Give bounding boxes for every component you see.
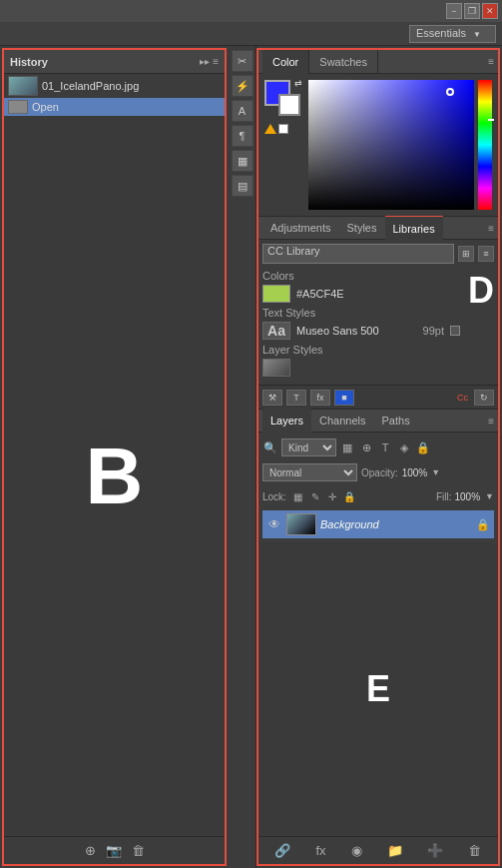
layer-visibility-icon[interactable]: 👁 xyxy=(266,516,282,532)
text-size-checkbox[interactable] xyxy=(450,326,460,336)
layer-lock-icon: 🔒 xyxy=(476,518,490,531)
library-toolbar: CC Library ⊞ ≡ xyxy=(262,244,494,264)
lib-sync-icon[interactable]: ↻ xyxy=(474,390,494,406)
layers-panel-menu[interactable]: ≡ xyxy=(488,416,494,427)
text-styles-label: Text Styles xyxy=(262,307,460,319)
essentials-bar: Essentials ▼ xyxy=(0,22,502,46)
lib-t-icon[interactable]: T xyxy=(286,390,306,406)
lib-color-value: #A5CF4E xyxy=(296,288,344,300)
history-menu-icon[interactable]: ≡ xyxy=(213,56,219,67)
lib-text-style-item: Aа Museo Sans 500 99pt xyxy=(262,322,460,340)
layer-name: Background xyxy=(320,518,379,530)
adjust-filter-icon[interactable]: ⊕ xyxy=(358,439,374,455)
history-camera-icon[interactable]: 📷 xyxy=(106,843,122,858)
history-panel: History ▸▸ ≡ 01_IcelandPano.jpg Open B ⊕… xyxy=(2,48,227,866)
history-forward-icon[interactable]: ▸▸ xyxy=(200,56,210,67)
close-button[interactable]: ✕ xyxy=(482,3,498,19)
lib-color-swatch[interactable] xyxy=(262,285,290,303)
background-swatch[interactable] xyxy=(278,94,300,116)
history-open-icon xyxy=(8,100,28,114)
history-panel-header: History ▸▸ ≡ xyxy=(4,50,225,74)
color-tabs-bar: Color Swatches ≡ xyxy=(258,50,498,74)
essentials-arrow: ▼ xyxy=(473,30,481,39)
fg-bg-swatch: ⇄ xyxy=(264,80,300,116)
layer-style-preview[interactable] xyxy=(262,359,290,377)
lock-row: Lock: ▦ ✎ ✛ 🔒 Fill: 100% ▼ xyxy=(262,486,494,506)
history-file-item[interactable]: 01_IcelandPano.jpg xyxy=(4,74,225,98)
lib-brush-icon[interactable]: ⚒ xyxy=(262,390,282,406)
warning-area xyxy=(264,124,304,134)
opacity-label: Opacity: xyxy=(361,467,398,478)
right-panel: Color Swatches ≡ ⇄ xyxy=(256,48,500,866)
history-new-snapshot-icon[interactable]: ⊕ xyxy=(85,843,96,858)
layer-group-icon[interactable]: 📁 xyxy=(387,843,403,858)
layer-delete-icon[interactable]: 🗑 xyxy=(468,843,481,858)
layer-link-icon[interactable]: 🔗 xyxy=(274,843,290,858)
tab-layers[interactable]: Layers xyxy=(262,409,311,433)
lock-all-icon[interactable]: 🔒 xyxy=(342,489,356,503)
background-layer-item[interactable]: 👁 Background 🔒 xyxy=(262,510,494,538)
minimize-button[interactable]: − xyxy=(446,3,462,19)
lib-grid-view[interactable]: ⊞ xyxy=(458,246,474,262)
lib-blue-icon[interactable]: ■ xyxy=(334,390,354,406)
opacity-arrow[interactable]: ▼ xyxy=(431,467,440,477)
tool-filter[interactable]: ▤ xyxy=(232,175,253,197)
layer-mask-icon[interactable]: ◉ xyxy=(351,843,362,858)
history-filename: 01_IcelandPano.jpg xyxy=(42,80,139,92)
kind-select[interactable]: Kind xyxy=(281,438,336,456)
big-b-letter: B xyxy=(86,431,144,522)
lib-fx-icon[interactable]: fx xyxy=(310,390,330,406)
color-controls: ⇄ xyxy=(264,80,492,210)
layer-thumbnail xyxy=(286,513,316,535)
history-header-icons: ▸▸ ≡ xyxy=(200,56,219,67)
tab-channels[interactable]: Channels xyxy=(311,409,373,433)
color-panel-menu[interactable]: ≡ xyxy=(488,56,494,67)
tab-adjustments[interactable]: Adjustments xyxy=(262,216,339,240)
layers-footer: 🔗 fx ◉ 📁 ➕ 🗑 xyxy=(258,836,498,864)
lock-position-icon[interactable]: ✎ xyxy=(308,489,322,503)
gradient-inner xyxy=(308,80,474,210)
history-footer: ⊕ 📷 🗑 xyxy=(4,836,225,864)
adj-panel-menu[interactable]: ≡ xyxy=(488,223,494,234)
library-dropdown[interactable]: CC Library xyxy=(262,244,454,264)
layer-new-icon[interactable]: ➕ xyxy=(427,843,443,858)
tool-clone[interactable]: ▦ xyxy=(232,150,253,172)
text-style-preview: Aа xyxy=(262,322,290,340)
history-delete-icon[interactable]: 🗑 xyxy=(132,843,145,858)
color-gradient-picker[interactable] xyxy=(308,80,474,210)
tab-styles[interactable]: Styles xyxy=(339,216,385,240)
layer-fx-icon[interactable]: fx xyxy=(315,843,325,858)
tool-text[interactable]: A xyxy=(232,100,253,122)
restore-button[interactable]: ❐ xyxy=(464,3,480,19)
blend-opacity-row: Normal Opacity: 100% ▼ xyxy=(262,461,494,483)
tools-panel: ✂ ⚡ A ¶ ▦ ▤ xyxy=(229,46,256,868)
picker-circle[interactable] xyxy=(446,88,454,96)
layers-filter-row: 🔍 Kind ▦ ⊕ T ◈ 🔒 xyxy=(262,436,494,458)
history-thumb xyxy=(8,76,38,96)
hue-slider[interactable] xyxy=(478,80,492,210)
main-layout: History ▸▸ ≡ 01_IcelandPano.jpg Open B ⊕… xyxy=(0,46,502,868)
history-panel-title: History xyxy=(10,56,48,68)
lib-list-view[interactable]: ≡ xyxy=(478,246,494,262)
tool-para[interactable]: ¶ xyxy=(232,125,253,147)
blend-mode-select[interactable]: Normal xyxy=(262,463,357,481)
pixel-filter-icon[interactable]: ▦ xyxy=(339,439,355,455)
tool-heal[interactable]: ⚡ xyxy=(232,75,253,97)
libraries-section: CC Library ⊞ ≡ Colors #A5CF4E Text Style… xyxy=(258,240,498,385)
lock-pixels-icon[interactable]: ▦ xyxy=(291,489,305,503)
tab-paths[interactable]: Paths xyxy=(374,409,418,433)
lock-move-icon[interactable]: ✛ xyxy=(325,489,339,503)
library-label: CC Library xyxy=(267,245,320,257)
swap-icon[interactable]: ⇄ xyxy=(294,78,302,88)
smart-filter-icon[interactable]: 🔒 xyxy=(415,439,431,455)
fill-arrow[interactable]: ▼ xyxy=(485,491,494,501)
history-open-item[interactable]: Open xyxy=(4,98,225,116)
essentials-dropdown[interactable]: Essentials ▼ xyxy=(409,25,496,43)
tab-swatches[interactable]: Swatches xyxy=(309,50,378,74)
shape-filter-icon[interactable]: ◈ xyxy=(396,439,412,455)
lib-footer: ⚒ T fx ■ Cc ↻ xyxy=(258,385,498,409)
tool-lasso[interactable]: ✂ xyxy=(232,50,253,72)
text-filter-icon[interactable]: T xyxy=(377,439,393,455)
tab-libraries[interactable]: Libraries xyxy=(385,216,443,240)
tab-color[interactable]: Color xyxy=(262,50,309,74)
